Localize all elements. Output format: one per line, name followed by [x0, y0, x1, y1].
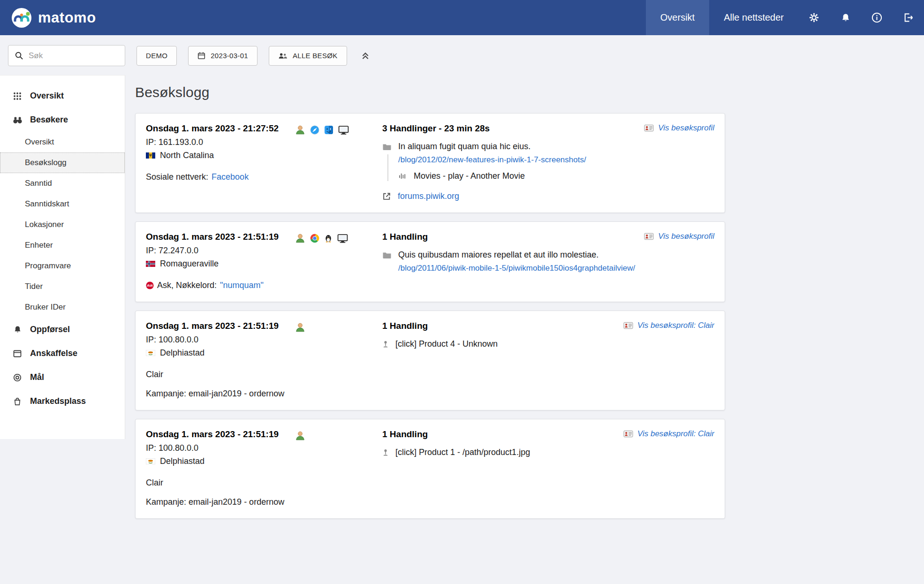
- folder-pageview-icon: [382, 251, 392, 259]
- action-event-title: [click] Product 1 - /path/product1.jpg: [395, 447, 530, 457]
- notifications-bell-icon[interactable]: [830, 0, 861, 35]
- sidebar-item-besokslogg[interactable]: Besøkslogg: [0, 152, 125, 173]
- actions-summary: 3 Handlinger - 23 min 28s: [382, 123, 636, 134]
- sidebar-item-sanntidskart[interactable]: Sanntidskart: [0, 194, 125, 214]
- sidebar-item-sanntid[interactable]: Sanntid: [0, 173, 125, 194]
- site-selector-button[interactable]: DEMO: [136, 46, 177, 66]
- sidebar-item-besokere[interactable]: Besøkere: [0, 108, 125, 132]
- sidebar-item-programvare[interactable]: Programvare: [0, 256, 125, 276]
- main-layout: Oversikt Besøkere Oversikt Besøkslogg Sa…: [0, 75, 924, 533]
- view-profile-link[interactable]: Vis besøksprofil: Clair: [623, 429, 714, 439]
- page-title: Besøkslogg: [135, 84, 924, 100]
- search-icon: [15, 51, 23, 60]
- actions-summary: 1 Handling: [382, 429, 616, 440]
- date-range-button[interactable]: 2023-03-01: [188, 46, 258, 66]
- sidebar-item-label: Anskaffelse: [30, 349, 77, 358]
- matomo-logo-icon: [11, 8, 32, 28]
- profile-card-icon: [644, 124, 654, 132]
- view-profile-label: Vis besøksprofil: [658, 232, 714, 241]
- sidebar-item-anskaffelse[interactable]: Anskaffelse: [0, 341, 125, 365]
- click-event-icon: [382, 449, 389, 456]
- visit-actions: 1 Handling [click] Product 1 - /path/pro…: [382, 429, 623, 507]
- sidebar-item-label: Oppførsel: [30, 325, 70, 334]
- click-event-icon: [382, 341, 389, 348]
- main-content: Besøkslogg Onsdag 1. mars 2023 - 21:27:5…: [125, 75, 924, 533]
- visit-location: Delphiastad: [160, 348, 204, 358]
- nav-tab-oversikt[interactable]: Oversikt: [646, 0, 709, 35]
- view-profile-link[interactable]: Vis besøksprofil: [644, 232, 714, 241]
- visit-datetime: Onsdag 1. mars 2023 - 21:51:19: [146, 321, 295, 331]
- visit-card: Onsdag 1. mars 2023 - 21:51:19 IP: 100.8…: [135, 311, 725, 410]
- visit-info: Onsdag 1. mars 2023 - 21:51:19 IP: 100.8…: [146, 429, 295, 507]
- action-page-title: In aliquam fugit quam quia hic eius.: [398, 142, 530, 152]
- sidebar-item-bruker-ider[interactable]: Bruker IDer: [0, 297, 125, 318]
- settings-gear-icon[interactable]: [798, 0, 830, 35]
- visit-ip: IP: 161.193.0.0: [146, 137, 295, 147]
- social-network-link[interactable]: Facebook: [212, 172, 249, 182]
- action-media-title: Movies - play - Another Movie: [414, 171, 525, 181]
- visit-actions: 1 Handling Quis quibusdam maiores repell…: [382, 232, 644, 290]
- device-icons: [295, 430, 382, 442]
- action-page-url-link[interactable]: /blog/2012/02/new-features-in-piwik-1-7-…: [398, 155, 586, 165]
- visit-card: Onsdag 1. mars 2023 - 21:51:19 IP: 100.8…: [135, 419, 725, 519]
- topnav-right: Oversikt Alle nettsteder: [646, 0, 924, 35]
- matomo-brand[interactable]: matomo: [11, 0, 96, 35]
- sidebar-item-label: Markedsplass: [30, 396, 86, 406]
- flag-icon-norway: [146, 261, 155, 267]
- visit-ip: IP: 100.80.0.0: [146, 443, 295, 453]
- sidebar-item-oversikt[interactable]: Oversikt: [0, 84, 125, 108]
- logout-icon[interactable]: [893, 0, 924, 35]
- action-page-url-link[interactable]: /blog/2011/06/piwik-mobile-1-5/piwikmobi…: [398, 264, 635, 273]
- mac-os-icon: [324, 125, 333, 135]
- device-icons: [295, 321, 382, 334]
- view-profile-label: Vis besøksprofil: Clair: [637, 321, 714, 330]
- visit-info: Onsdag 1. mars 2023 - 21:51:19 IP: 72.24…: [146, 232, 295, 290]
- profile-card-icon: [623, 430, 633, 438]
- visitor-log-list: Onsdag 1. mars 2023 - 21:27:52 IP: 161.1…: [135, 113, 725, 533]
- visit-actions: 3 Handlinger - 23 min 28s In aliquam fug…: [382, 123, 644, 201]
- search-input[interactable]: [29, 51, 119, 61]
- sidebar-item-enheter[interactable]: Enheter: [0, 235, 125, 256]
- chrome-browser-icon: [310, 234, 319, 243]
- profile-card-icon: [644, 233, 654, 240]
- desktop-monitor-icon: [337, 234, 348, 243]
- visit-info: Onsdag 1. mars 2023 - 21:27:52 IP: 161.1…: [146, 123, 295, 201]
- sidebar-item-besokere-oversikt[interactable]: Oversikt: [0, 132, 125, 152]
- visitor-icon: [295, 125, 305, 135]
- ask-search-engine-icon: Ask: [146, 281, 154, 289]
- actions-summary: 1 Handling: [382, 232, 636, 242]
- sidebar-item-mal[interactable]: Mål: [0, 365, 125, 389]
- flag-icon-north-catalina: [146, 152, 155, 159]
- top-navbar: matomo Oversikt Alle nettsteder: [0, 0, 924, 35]
- visit-datetime: Onsdag 1. mars 2023 - 21:51:19: [146, 429, 295, 440]
- view-profile-link[interactable]: Vis besøksprofil: [644, 123, 714, 133]
- flag-icon-delphiastad: [146, 458, 155, 464]
- search-box[interactable]: [8, 45, 125, 66]
- device-icons: [295, 124, 382, 136]
- target-goal-icon: [12, 373, 23, 382]
- visit-info: Onsdag 1. mars 2023 - 21:51:19 IP: 100.8…: [146, 321, 295, 399]
- sidebar-item-lokasjoner[interactable]: Lokasjoner: [0, 214, 125, 235]
- sidebar-item-oppforsel[interactable]: Oppførsel: [0, 318, 125, 341]
- nav-tab-alle-nettsteder[interactable]: Alle nettsteder: [709, 0, 798, 35]
- campaign-info: Kampanje: email-jan2019 - ordernow: [146, 497, 295, 507]
- brand-name: matomo: [38, 9, 96, 26]
- help-info-icon[interactable]: [861, 0, 893, 35]
- outlink-url[interactable]: forums.piwik.org: [398, 191, 459, 201]
- keyword-link[interactable]: "numquam": [220, 281, 264, 290]
- sidebar-item-label: Mål: [30, 372, 44, 382]
- visit-ip: IP: 72.247.0.0: [146, 246, 295, 256]
- visit-datetime: Onsdag 1. mars 2023 - 21:51:19: [146, 232, 295, 242]
- sidebar-item-markedsplass[interactable]: Markedsplass: [0, 389, 125, 413]
- collapse-chevrons-icon[interactable]: [358, 49, 372, 63]
- sidebar-item-tider[interactable]: Tider: [0, 276, 125, 297]
- visitor-name: Clair: [146, 370, 295, 379]
- browser-window-icon: [12, 349, 23, 358]
- visit-actions: 1 Handling [click] Product 4 - Unknown: [382, 321, 623, 399]
- view-profile-link[interactable]: Vis besøksprofil: Clair: [623, 321, 714, 330]
- segment-selector-button[interactable]: ALLE BESØK: [269, 46, 347, 66]
- profile-card-icon: [623, 322, 633, 329]
- media-play-icon: [398, 173, 407, 180]
- visit-location: Delphiastad: [160, 456, 204, 466]
- sidebar-item-label: Besøkere: [30, 115, 68, 125]
